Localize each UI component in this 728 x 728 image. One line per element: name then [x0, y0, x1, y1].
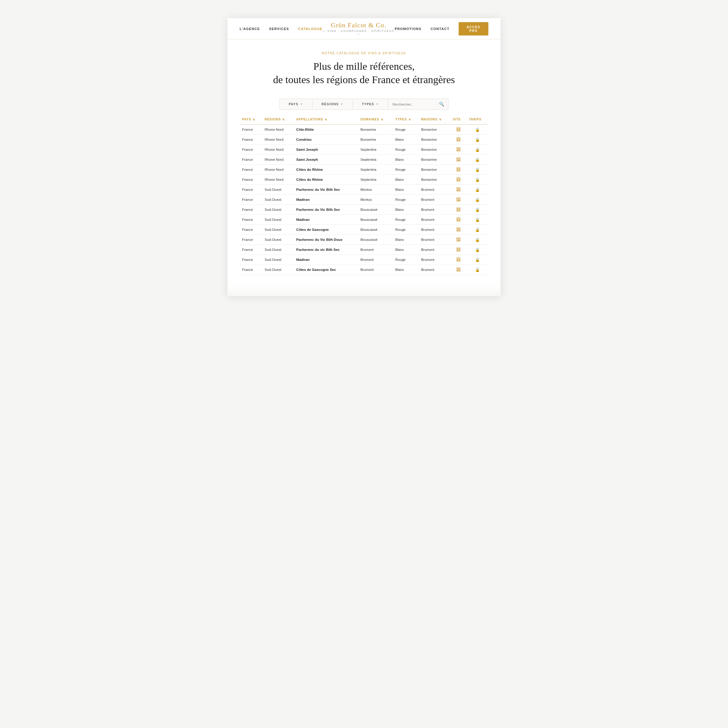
- cell-regions: Sud-Ouest: [262, 245, 294, 255]
- col-appellations[interactable]: APPELLATIONS ⇅: [294, 115, 358, 124]
- cell-site[interactable]: 🖼: [450, 255, 466, 265]
- site-link-icon[interactable]: 🖼: [456, 207, 460, 212]
- site-link-icon[interactable]: 🖼: [456, 137, 460, 142]
- site-link-icon[interactable]: 🖼: [456, 157, 460, 162]
- cell-tarifs[interactable]: 🔒: [466, 135, 488, 145]
- nav-services[interactable]: Services: [269, 27, 289, 31]
- lock-icon[interactable]: 🔒: [475, 167, 480, 172]
- cell-tarifs[interactable]: 🔒: [466, 215, 488, 225]
- navbar: L'Agence Services Catalogue Grün Falcot …: [228, 18, 500, 40]
- cell-site[interactable]: 🖼: [450, 135, 466, 145]
- cell-site[interactable]: 🖼: [450, 265, 466, 275]
- cell-tarifs[interactable]: 🔒: [466, 145, 488, 155]
- lock-icon[interactable]: 🔒: [475, 228, 480, 232]
- lock-icon[interactable]: 🔒: [475, 138, 480, 142]
- lock-icon[interactable]: 🔒: [475, 177, 480, 182]
- site-link-icon[interactable]: 🖼: [456, 267, 460, 272]
- lock-icon[interactable]: 🔒: [475, 127, 480, 132]
- cell-maisons: Brumont: [419, 215, 450, 225]
- acces-pro-button[interactable]: Accès Pro: [459, 22, 488, 35]
- nav-promotions[interactable]: Promotions: [395, 27, 421, 31]
- cell-tarifs[interactable]: 🔒: [466, 165, 488, 175]
- cell-domaines: Brumont: [358, 255, 393, 265]
- cell-site[interactable]: 🖼: [450, 124, 466, 135]
- cell-tarifs[interactable]: 🔒: [466, 195, 488, 205]
- cell-tarifs[interactable]: 🔒: [466, 235, 488, 245]
- cell-appellations: Madiran: [294, 195, 358, 205]
- cell-appellations: Madiran: [294, 215, 358, 225]
- lock-icon[interactable]: 🔒: [475, 257, 480, 262]
- cell-site[interactable]: 🖼: [450, 145, 466, 155]
- cell-tarifs[interactable]: 🔒: [466, 185, 488, 195]
- cell-site[interactable]: 🖼: [450, 235, 466, 245]
- cell-maisons: Bonserine: [419, 165, 450, 175]
- lock-icon[interactable]: 🔒: [475, 248, 480, 252]
- lock-icon[interactable]: 🔒: [475, 147, 480, 152]
- cell-site[interactable]: 🖼: [450, 155, 466, 165]
- cell-appellations: Côtes de Gascogne Sec: [294, 265, 358, 275]
- lock-icon[interactable]: 🔒: [475, 208, 480, 212]
- col-domaines[interactable]: DOMAINES ⇅: [358, 115, 393, 124]
- cell-tarifs[interactable]: 🔒: [466, 225, 488, 235]
- lock-icon[interactable]: 🔒: [475, 268, 480, 272]
- search-icon[interactable]: 🔍: [439, 102, 444, 107]
- brand-center: Grün Falcot & Co. — Vins · Champagnes · …: [323, 21, 395, 36]
- site-link-icon[interactable]: 🖼: [456, 247, 460, 252]
- site-link-icon[interactable]: 🖼: [456, 197, 460, 202]
- cell-regions: Sud-Ouest: [262, 185, 294, 195]
- cell-maisons: Bonserine: [419, 145, 450, 155]
- cell-pays: France: [240, 245, 262, 255]
- nav-contact[interactable]: Contact: [431, 27, 450, 31]
- lock-icon[interactable]: 🔒: [475, 237, 480, 242]
- col-tarifs: TARIFS: [466, 115, 488, 124]
- site-link-icon[interactable]: 🖼: [456, 237, 460, 242]
- types-filter[interactable]: TYPES ▼: [352, 99, 388, 110]
- cell-tarifs[interactable]: 🔒: [466, 124, 488, 135]
- nav-catalogue[interactable]: Catalogue: [298, 27, 323, 31]
- cell-site[interactable]: 🖼: [450, 195, 466, 205]
- regions-filter[interactable]: RÉGIONS ▼: [312, 99, 352, 110]
- pays-filter[interactable]: PAYS ▼: [279, 99, 312, 110]
- site-link-icon[interactable]: 🖼: [456, 227, 460, 232]
- site-link-icon[interactable]: 🖼: [456, 147, 460, 152]
- search-input[interactable]: [393, 102, 439, 106]
- cell-tarifs[interactable]: 🔒: [466, 245, 488, 255]
- cell-maisons: Brumont: [419, 185, 450, 195]
- cell-tarifs[interactable]: 🔒: [466, 175, 488, 185]
- lock-icon[interactable]: 🔒: [475, 217, 480, 222]
- cell-domaines: Bouscassé: [358, 225, 393, 235]
- nav-lagence[interactable]: L'Agence: [240, 27, 260, 31]
- cell-site[interactable]: 🖼: [450, 225, 466, 235]
- cell-maisons: Brumont: [419, 195, 450, 205]
- site-link-icon[interactable]: 🖼: [456, 167, 460, 172]
- cell-appellations: Pacherenc du vic Bilh Sec: [294, 245, 358, 255]
- cell-types: Blanc: [393, 265, 419, 275]
- col-pays[interactable]: PAYS ⇅: [240, 115, 262, 124]
- site-link-icon[interactable]: 🖼: [456, 187, 460, 192]
- cell-site[interactable]: 🖼: [450, 205, 466, 215]
- cell-tarifs[interactable]: 🔒: [466, 265, 488, 275]
- col-maisons[interactable]: MAISONS ⇅: [419, 115, 450, 124]
- cell-site[interactable]: 🖼: [450, 185, 466, 195]
- cell-tarifs[interactable]: 🔒: [466, 255, 488, 265]
- cell-tarifs[interactable]: 🔒: [466, 205, 488, 215]
- site-link-icon[interactable]: 🖼: [456, 177, 460, 182]
- lock-icon[interactable]: 🔒: [475, 187, 480, 192]
- cell-site[interactable]: 🖼: [450, 165, 466, 175]
- col-types[interactable]: TYPES ⇅: [393, 115, 419, 124]
- col-regions[interactable]: RÉGIONS ⇅: [262, 115, 294, 124]
- lock-icon[interactable]: 🔒: [475, 158, 480, 162]
- site-link-icon[interactable]: 🖼: [456, 257, 460, 262]
- cell-tarifs[interactable]: 🔒: [466, 155, 488, 165]
- cell-types: Rouge: [393, 195, 419, 205]
- site-link-icon[interactable]: 🖼: [456, 127, 460, 132]
- hero-subtitle: Notre Catalogue de Vins & Spiritueux: [240, 52, 488, 55]
- cell-site[interactable]: 🖼: [450, 245, 466, 255]
- cell-domaines: Montus: [358, 195, 393, 205]
- cell-types: Blanc: [393, 245, 419, 255]
- cell-site[interactable]: 🖼: [450, 215, 466, 225]
- site-link-icon[interactable]: 🖼: [456, 217, 460, 222]
- pays-arrow-icon: ▼: [300, 103, 303, 106]
- cell-site[interactable]: 🖼: [450, 175, 466, 185]
- lock-icon[interactable]: 🔒: [475, 197, 480, 202]
